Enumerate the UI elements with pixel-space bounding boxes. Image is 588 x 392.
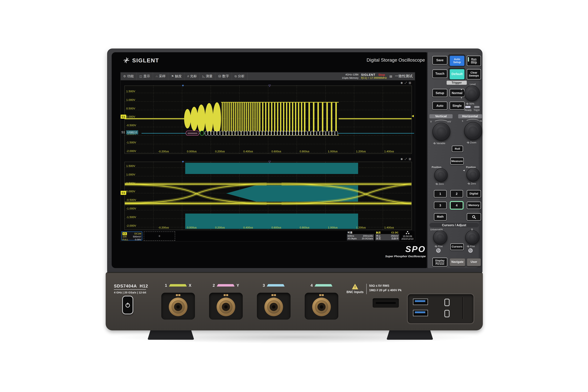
b-knob[interactable] <box>465 230 480 244</box>
menu-item-功能[interactable]: ⚙功能 <box>120 72 137 80</box>
menu-bar-right: 4GHz-12Bit 1Gpts Memory SIGLENT Stop f(C… <box>342 73 415 80</box>
save-label: Save <box>436 58 444 62</box>
warning-line2: 1MΩ // 20 pF ≤ 400V Pk <box>369 288 402 293</box>
v-axis-label: -1.500V <box>126 215 136 219</box>
bus-packet <box>272 131 274 136</box>
menu-item-光标[interactable]: #光标 <box>185 72 200 80</box>
timebase-descriptor[interactable]: 时基 600ns200ns/div 40.0kpts20.0GSa/s <box>347 231 374 240</box>
app-mode-label[interactable]: 一致性测试 <box>395 74 413 79</box>
t-axis-label: 0.400us <box>240 150 256 153</box>
menu-item-显示[interactable]: ◫显示 <box>137 72 153 80</box>
trigger-single-button[interactable]: Single <box>450 102 464 110</box>
menu-item-测量[interactable]: ◺测量 <box>200 72 216 80</box>
eye-diagram-plot[interactable]: 1.500V1.000V0.500V0.000V-0.500V-1.000V-1… <box>124 162 412 230</box>
camera-icon[interactable]: ◉ <box>400 82 403 84</box>
setup-label: Setup <box>436 91 444 94</box>
display-persist-button[interactable]: Display Persist <box>432 258 447 266</box>
clock-date: 2022/12/13 <box>401 238 414 240</box>
stop-label: Stop <box>471 61 477 64</box>
save-button[interactable]: Save <box>432 56 447 64</box>
menu-label: 触发 <box>175 74 182 79</box>
channel1-position-marker[interactable]: C1 <box>120 114 126 119</box>
navigate-button[interactable]: Navigate <box>450 258 465 266</box>
vertical-scale-knob[interactable] <box>432 123 450 141</box>
bandwidth-value: FULL <box>122 238 128 241</box>
roll-label: Roll <box>455 147 460 150</box>
auto-setup-button[interactable]: Auto Setup <box>450 56 464 66</box>
run-stop-button[interactable]: Run Stop <box>467 56 481 66</box>
bus-packet <box>284 131 286 136</box>
variable-label: Variable <box>433 142 445 144</box>
horizontal-scale-knob[interactable] <box>464 122 482 140</box>
add-channel-placeholder[interactable]: + <box>144 232 175 241</box>
list-icon[interactable]: ▤ <box>390 75 392 78</box>
trigger-descriptor[interactable]: 触发C1 DC 停止250mV 脉宽负脉冲 <box>375 231 399 240</box>
channel-axis-tag: X <box>189 283 191 288</box>
search-button[interactable] <box>467 213 481 221</box>
bus-packet <box>205 131 208 136</box>
user-button[interactable]: User <box>467 258 481 266</box>
channel3-button[interactable]: 3 <box>434 202 446 209</box>
panel-icon[interactable]: ▥ <box>409 158 411 160</box>
menu-item-数字[interactable]: Ⓜ数字 <box>216 72 232 80</box>
trigger-setup-button[interactable]: Setup <box>432 89 447 97</box>
trigger-state: 停止 <box>376 234 381 237</box>
bus-packet <box>211 131 214 136</box>
expand-icon[interactable]: ⤢ <box>405 158 407 160</box>
v-axis-label: 0.000V <box>126 115 135 118</box>
menu-item-触发[interactable]: ⚑触发 <box>168 72 185 80</box>
channel-axis-tag: Y <box>236 283 239 288</box>
channel1-position-marker[interactable]: C1 <box>120 191 126 195</box>
math-button[interactable]: Math <box>434 213 446 221</box>
trigger-position-marker[interactable]: ▼ <box>182 160 184 164</box>
bnc-ring <box>320 305 323 308</box>
horizontal-position-knob[interactable] <box>466 168 480 182</box>
user-label: User <box>470 261 477 264</box>
digital-button[interactable]: Digital <box>467 190 481 198</box>
v-axis-label: 0.000V <box>126 190 135 193</box>
delay-reference-marker[interactable]: ▽ <box>268 84 271 87</box>
v-axis-label: -2.000V <box>126 224 136 227</box>
spo-logo-subtext: Super Phosphor Oscilloscope <box>372 254 426 258</box>
eye-diagram-svg <box>125 162 412 230</box>
camera-icon[interactable]: ◉ <box>400 158 403 160</box>
menu-bar: ⚙功能◫显示∩采样⚑触发#光标◺测量Ⓜ数字⧉分析 4GHz-12Bit 1Gpt… <box>120 72 415 80</box>
trigger-slope: 负脉冲 <box>391 237 398 240</box>
trigger-auto-button[interactable]: Auto <box>432 102 447 110</box>
measure-button[interactable]: Measure <box>450 158 464 165</box>
trigger-level-knob[interactable] <box>464 86 480 101</box>
vertical-position-knob[interactable] <box>434 168 448 182</box>
memory-button[interactable]: Memory <box>467 202 481 209</box>
t-axis-label: 0.600us <box>268 226 284 229</box>
bus-packet <box>244 131 247 136</box>
ready-led <box>465 106 470 108</box>
timebase-header: 时基 <box>347 231 374 234</box>
t-axis-label: 1.400us <box>381 150 397 153</box>
channel2-button[interactable]: 2 <box>450 190 463 198</box>
universal-a-knob[interactable] <box>433 230 447 244</box>
panel-icon[interactable]: ▥ <box>409 82 411 84</box>
channel-number: 4 <box>310 283 313 288</box>
roll-button[interactable]: Roll <box>452 146 463 152</box>
bus-packet <box>238 131 241 136</box>
t-axis-label: 0.200us <box>212 150 228 153</box>
delay-reference-marker[interactable]: ▽ <box>268 160 271 164</box>
trigger-position-marker[interactable]: ▼ <box>182 84 184 87</box>
upper-waveform-plot[interactable]: 1.500V1.000V0.500V0.000V-0.500V-1.000V-1… <box>124 86 412 154</box>
usb-tongue <box>415 300 425 302</box>
lcd-screen[interactable]: ⚙功能◫显示∩采样⚑触发#光标◺测量Ⓜ数字⧉分析 4GHz-12Bit 1Gpt… <box>120 72 415 242</box>
status-bar: C1DC1M 10X500mV/ FULL0.00V + 时基 600ns200… <box>120 231 415 241</box>
cursors-button[interactable]: Cursors <box>450 244 464 250</box>
default-button[interactable]: Default <box>450 69 464 80</box>
trigger-level-marker[interactable]: ◀ <box>412 114 414 118</box>
expand-icon[interactable]: ⤢ <box>405 82 407 84</box>
clear-sweeps-button[interactable]: Clear Sweeps <box>467 69 481 80</box>
coupling-value: DC1M <box>134 232 141 235</box>
touch-button[interactable]: Touch <box>432 70 447 78</box>
trigger-header: 触发 <box>376 231 381 234</box>
channel1-button[interactable]: 1 <box>434 190 446 198</box>
channel4-button[interactable]: 4 <box>450 202 463 209</box>
menu-item-采样[interactable]: ∩采样 <box>153 72 168 80</box>
channel1-descriptor-box[interactable]: C1DC1M 10X500mV/ FULL0.00V <box>121 232 142 240</box>
menu-item-分析[interactable]: ⧉分析 <box>232 72 248 80</box>
